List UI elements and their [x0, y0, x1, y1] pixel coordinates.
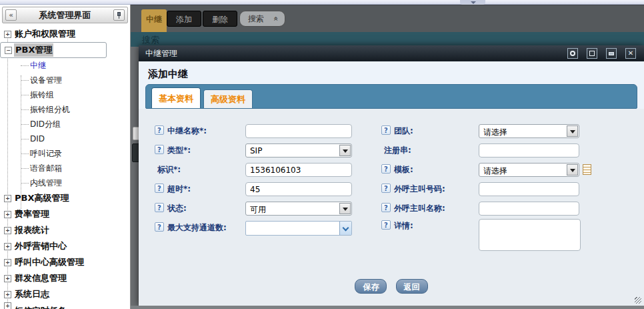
sidebar-item-voicemail[interactable]: 语音邮箱: [0, 161, 130, 176]
template-document-icon[interactable]: [583, 164, 591, 175]
dropdown-button[interactable]: [567, 125, 578, 137]
expand-icon[interactable]: +: [4, 211, 11, 218]
help-icon[interactable]: ?: [381, 125, 391, 135]
help-icon[interactable]: ?: [155, 203, 164, 212]
tree-stub: [21, 168, 29, 169]
sidebar-item-did-group[interactable]: DID分组: [0, 117, 130, 131]
sidebar-item-did[interactable]: DID: [0, 131, 130, 146]
form-row-register-string: 注册串:: [381, 143, 621, 158]
tree-stub: [21, 183, 29, 184]
field-label: 超时*:: [167, 184, 191, 195]
chevron-down-icon: [471, 1, 476, 4]
panel-collapse-handle[interactable]: [460, 0, 485, 5]
sidebar-item-device-management[interactable]: 设备管理: [0, 73, 130, 87]
sidebar-item-account-management[interactable]: + 账户和权限管理: [0, 26, 130, 42]
bottom-dimmed-strip: [131, 306, 644, 309]
resize-handle-icon[interactable]: [635, 297, 641, 304]
team-select[interactable]: 请选择: [479, 124, 579, 138]
maximize-button[interactable]: [587, 48, 597, 59]
sidebar-item-label: 呼叫记录: [30, 148, 62, 160]
tab-advanced-info[interactable]: 高级资料: [203, 89, 253, 108]
tab-basic-info[interactable]: 基本资料: [151, 87, 201, 108]
template-select[interactable]: 请选择: [479, 163, 579, 177]
expand-icon[interactable]: +: [4, 302, 11, 309]
max-channels-combo[interactable]: [245, 221, 352, 236]
trunk-name-input[interactable]: [245, 124, 352, 138]
dropdown-button[interactable]: [567, 164, 578, 176]
register-string-input[interactable]: [479, 143, 579, 158]
expand-icon[interactable]: +: [4, 31, 11, 38]
tree-stub: [21, 65, 29, 66]
outbound-caller-number-input[interactable]: [479, 182, 579, 196]
sidebar-item-label: 系统日志: [13, 288, 51, 301]
sidebar-item-system-log[interactable]: + 系统日志: [0, 286, 130, 302]
sidebar-item-label: 账户和权限管理: [13, 27, 77, 41]
search-toggle-button[interactable]: 搜索 «: [239, 11, 285, 27]
expand-icon[interactable]: +: [4, 259, 11, 266]
close-icon: ✕: [628, 49, 633, 57]
help-icon[interactable]: ?: [155, 145, 164, 154]
sidebar-item-label: 内线管理: [30, 178, 62, 189]
timeout-input[interactable]: [245, 182, 352, 196]
form-row-status: ? 状态: 可用: [155, 202, 375, 216]
sidebar-item-label: 群发信息管理: [13, 272, 68, 285]
sidebar-item-rate-management[interactable]: + 费率管理: [0, 206, 130, 222]
help-icon[interactable]: ?: [155, 184, 164, 193]
pin-icon[interactable]: [113, 9, 125, 21]
pin-stick: [119, 16, 119, 19]
sidebar-item-ring-group-ext[interactable]: 振铃组分机: [0, 102, 130, 117]
sidebar-item-report-statistics[interactable]: + 报表统计: [0, 222, 130, 238]
expand-icon[interactable]: +: [4, 243, 11, 250]
dropdown-button[interactable]: [339, 203, 351, 214]
back-button[interactable]: 返回: [396, 279, 428, 294]
collapse-window-button[interactable]: [567, 48, 578, 59]
trunk-tab[interactable]: 中继: [141, 9, 167, 33]
expand-icon[interactable]: +: [4, 195, 11, 202]
sidebar-item-outbound-center[interactable]: + 外呼营销中心: [0, 238, 130, 254]
screen: « 系统管理界面 + 账户和权限管理 − PBX管理 中继 设备管理: [0, 0, 644, 309]
sidebar-item-callcenter-advanced[interactable]: + 呼叫中心高级管理: [0, 254, 130, 270]
save-button[interactable]: 保存: [355, 279, 387, 294]
delete-button[interactable]: 删除: [203, 11, 237, 27]
field-label: 中继名称*:: [167, 125, 207, 137]
sidebar-item-pbx-advanced[interactable]: + PBX高级管理: [0, 190, 130, 206]
expand-icon[interactable]: +: [4, 291, 11, 298]
form-row-trunk-name: ? 中继名称*:: [155, 124, 375, 139]
help-icon[interactable]: ?: [381, 203, 391, 212]
collapse-icon[interactable]: −: [5, 47, 12, 54]
sidebar-item-trunk[interactable]: 中继: [0, 58, 130, 73]
help-icon[interactable]: ?: [155, 125, 164, 135]
sidebar-item-clipped[interactable]: + 短信定时任务: [0, 302, 130, 309]
type-select[interactable]: SIP: [245, 143, 352, 158]
chevron-down-icon: [570, 169, 575, 172]
expand-icon[interactable]: +: [4, 275, 11, 282]
form-row-timeout: ? 超时*:: [155, 182, 375, 197]
outbound-caller-name-input[interactable]: [479, 202, 579, 216]
trunk-management-window: 中继管理 ✕ 添加中继 基本资料 高级资料 ? 中继名称*:: [139, 45, 644, 306]
expand-icon[interactable]: +: [4, 227, 11, 234]
sidebar-item-extension-management[interactable]: 内线管理: [0, 176, 130, 190]
help-icon[interactable]: ?: [155, 222, 164, 232]
help-icon[interactable]: ?: [381, 184, 391, 193]
identifier-input[interactable]: [245, 163, 352, 177]
sidebar-item-call-records[interactable]: 呼叫记录: [0, 146, 130, 161]
sidebar-item-ring-group[interactable]: 振铃组: [0, 87, 130, 102]
close-button[interactable]: ✕: [625, 48, 636, 59]
sidebar-item-pbx-management[interactable]: − PBX管理: [0, 42, 107, 58]
chevron-down-icon: [343, 149, 348, 153]
form-row-team: ? 团队: 请选择: [381, 124, 621, 139]
restore-button[interactable]: [606, 48, 617, 59]
help-icon[interactable]: ?: [381, 164, 391, 174]
sidebar-collapse-button[interactable]: «: [5, 9, 17, 21]
add-button[interactable]: 添加: [167, 11, 201, 27]
dropdown-button[interactable]: [339, 145, 351, 156]
window-titlebar[interactable]: 中继管理 ✕: [139, 45, 644, 61]
tree-stub: [21, 80, 29, 81]
details-textarea[interactable]: [479, 219, 581, 251]
sidebar-item-label: 振铃组分机: [30, 104, 70, 115]
combo-dropdown-button[interactable]: [339, 222, 351, 235]
field-label: 类型*:: [167, 145, 191, 156]
status-select[interactable]: 可用: [245, 202, 352, 216]
sidebar-item-bulk-message[interactable]: + 群发信息管理: [0, 270, 130, 286]
help-icon[interactable]: ?: [381, 220, 391, 230]
